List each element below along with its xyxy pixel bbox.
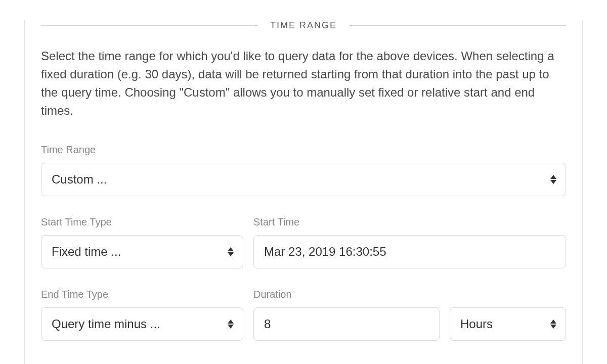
section-description: Select the time range for which you'd li… — [41, 47, 566, 120]
start-time-type-field: Start Time Type Fixed time ... — [41, 216, 243, 268]
start-time-type-select[interactable]: Fixed time ... — [41, 235, 243, 268]
duration-field: Duration Hours — [253, 289, 566, 341]
end-time-row: End Time Type Query time minus ... Durat… — [41, 289, 566, 341]
duration-label: Duration — [253, 289, 566, 300]
start-time-type-label: Start Time Type — [41, 216, 243, 228]
duration-unit-select-wrap: Hours — [450, 307, 566, 341]
time-range-select-wrap: Custom ... — [41, 163, 566, 196]
start-time-label: Start Time — [253, 216, 566, 228]
time-range-panel: TIME RANGE Select the time range for whi… — [24, 20, 583, 364]
end-time-type-select-wrap: Query time minus ... — [41, 307, 243, 341]
time-range-field: Time Range Custom ... — [41, 144, 566, 196]
end-time-type-select[interactable]: Query time minus ... — [41, 307, 243, 341]
start-time-type-select-wrap: Fixed time ... — [41, 235, 243, 268]
end-time-type-field: End Time Type Query time minus ... — [41, 289, 243, 341]
time-range-select[interactable]: Custom ... — [41, 163, 566, 196]
section-title: TIME RANGE — [258, 20, 349, 31]
start-time-input[interactable] — [253, 235, 566, 268]
start-time-row: Start Time Type Fixed time ... Start Tim… — [41, 216, 566, 268]
duration-unit-select[interactable]: Hours — [450, 307, 566, 341]
start-time-field: Start Time — [253, 216, 566, 268]
time-range-label: Time Range — [41, 144, 566, 156]
duration-input[interactable] — [253, 307, 440, 341]
end-time-type-label: End Time Type — [41, 289, 243, 300]
section-divider: TIME RANGE — [41, 20, 566, 31]
